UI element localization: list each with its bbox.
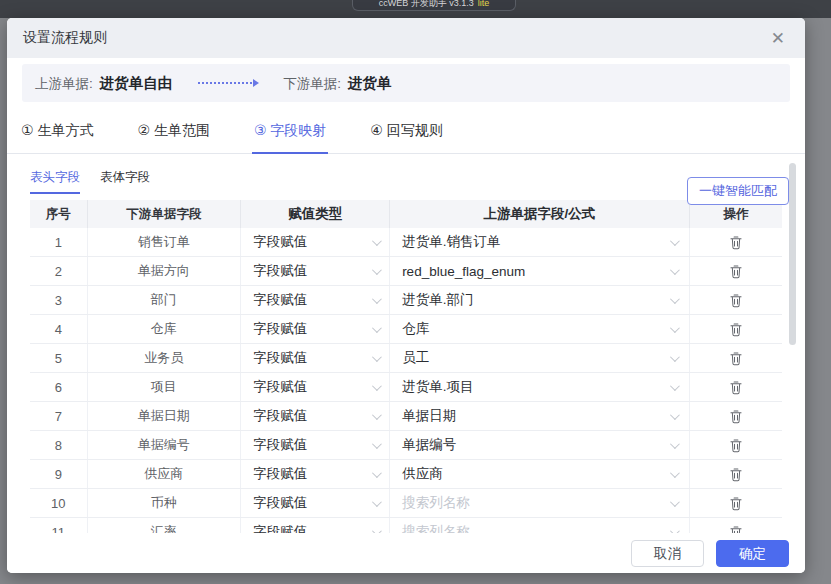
upstream-field-select[interactable]: 搜索列名称 [390,489,690,517]
delete-row-icon[interactable] [729,409,743,424]
flow-summary-bar: 上游单据: 进货单自由 下游单据: 进货单 [22,64,790,102]
column-header: 下游单据字段 [88,200,242,228]
table-row: 8 单据编号 字段赋值 单据编号 [30,431,782,460]
chevron-down-icon [372,497,382,507]
downstream-field-cell: 供应商 [88,460,242,488]
delete-row-icon[interactable] [729,235,743,250]
assign-type-select[interactable]: 字段赋值 [241,344,390,372]
downstream-field-cell: 业务员 [88,344,242,372]
assign-type-select[interactable]: 字段赋值 [241,315,390,343]
delete-row-icon[interactable] [729,264,743,279]
downstream-field-cell: 单据日期 [88,402,242,430]
chevron-down-icon [372,236,382,246]
chevron-down-icon [372,468,382,478]
chevron-down-icon [372,410,382,420]
table-row: 3 部门 字段赋值 进货单.部门 [30,286,782,315]
confirm-button[interactable]: 确定 [716,540,789,567]
wizard-step-4[interactable]: ④ 回写规则 [368,120,444,154]
row-index-cell: 9 [30,460,88,488]
dev-helper-badge-text: ccWEB 开发助手 v3.1.3 [379,0,474,10]
upstream-field-select[interactable]: 仓库 [390,315,690,343]
subtab-1[interactable]: 表头字段 [30,169,80,194]
chevron-down-icon [372,439,382,449]
table-row: 10 币种 字段赋值 搜索列名称 [30,489,782,518]
row-actions-cell [690,228,782,256]
assign-type-select[interactable]: 字段赋值 [241,489,390,517]
dialog-title: 设置流程规则 [23,29,107,47]
delete-row-icon[interactable] [729,322,743,337]
chevron-down-icon [372,323,382,333]
chevron-down-icon [372,381,382,391]
chevron-down-icon [670,352,680,362]
downstream-value: 进货单 [348,74,392,93]
delete-row-icon[interactable] [729,380,743,395]
assign-type-select[interactable]: 字段赋值 [241,257,390,285]
delete-row-icon[interactable] [729,351,743,366]
upstream-field-select[interactable]: 进货单.项目 [390,373,690,401]
row-index-cell: 4 [30,315,88,343]
scrollbar-thumb[interactable] [789,163,796,345]
assign-type-select[interactable]: 字段赋值 [241,373,390,401]
chevron-down-icon [670,265,680,275]
table-row: 7 单据日期 字段赋值 单据日期 [30,402,782,431]
assign-type-select[interactable]: 字段赋值 [241,286,390,314]
row-index-cell: 3 [30,286,88,314]
chevron-down-icon [670,497,680,507]
downstream-field-cell: 销售订单 [88,228,242,256]
dev-helper-badge-tag: lite [478,0,490,10]
chevron-down-icon [670,410,680,420]
upstream-value: 进货单自由 [100,74,173,93]
downstream-field-cell: 单据方向 [88,257,242,285]
chevron-down-icon [670,323,680,333]
dialog-footer: 取消 确定 [7,533,805,573]
table-body: 1 销售订单 字段赋值 进货单.销售订单 2 单据方向 字段赋值 red_blu… [30,228,782,537]
row-actions-cell [690,257,782,285]
row-actions-cell [690,344,782,372]
assign-type-select[interactable]: 字段赋值 [241,460,390,488]
delete-row-icon[interactable] [729,496,743,511]
wizard-step-1[interactable]: ① 生单方式 [19,120,95,154]
flow-arrow-icon [198,79,259,87]
chevron-down-icon [670,381,680,391]
upstream-field-select[interactable]: 进货单.销售订单 [390,228,690,256]
column-header: 上游单据字段/公式 [390,200,690,228]
row-actions-cell [690,315,782,343]
smart-match-button[interactable]: 一键智能匹配 [687,177,789,205]
subtab-2[interactable]: 表体字段 [100,169,150,194]
close-icon[interactable]: ✕ [767,28,789,49]
row-index-cell: 10 [30,489,88,517]
table-row: 2 单据方向 字段赋值 red_blue_flag_enum [30,257,782,286]
row-index-cell: 2 [30,257,88,285]
dev-helper-badge: ccWEB 开发助手 v3.1.3 lite [352,0,516,11]
mapping-table: 序号下游单据字段赋值类型上游单据字段/公式操作 1 销售订单 字段赋值 进货单.… [30,200,782,537]
downstream-label: 下游单据: [283,75,341,93]
upstream-field-select[interactable]: red_blue_flag_enum [390,257,690,285]
cancel-button[interactable]: 取消 [631,540,704,567]
assign-type-select[interactable]: 字段赋值 [241,402,390,430]
row-actions-cell [690,286,782,314]
delete-row-icon[interactable] [729,467,743,482]
wizard-step-3[interactable]: ③ 字段映射 [252,120,328,154]
upstream-field-select[interactable]: 供应商 [390,460,690,488]
table-row: 5 业务员 字段赋值 员工 [30,344,782,373]
row-actions-cell [690,460,782,488]
chevron-down-icon [670,236,680,246]
upstream-field-select[interactable]: 单据日期 [390,402,690,430]
wizard-step-2[interactable]: ② 生单范围 [135,120,211,154]
chevron-down-icon [372,294,382,304]
column-header: 赋值类型 [241,200,390,228]
assign-type-select[interactable]: 字段赋值 [241,228,390,256]
chevron-down-icon [670,294,680,304]
delete-row-icon[interactable] [729,293,743,308]
table-header-row: 序号下游单据字段赋值类型上游单据字段/公式操作 [30,200,782,228]
upstream-field-select[interactable]: 单据编号 [390,431,690,459]
row-index-cell: 8 [30,431,88,459]
wizard-steps: ① 生单方式② 生单范围③ 字段映射④ 回写规则 [7,120,805,154]
field-mapping-panel: 表头字段表体字段 一键智能匹配 序号下游单据字段赋值类型上游单据字段/公式操作 … [7,169,805,537]
table-row: 9 供应商 字段赋值 供应商 [30,460,782,489]
upstream-field-select[interactable]: 员工 [390,344,690,372]
delete-row-icon[interactable] [729,438,743,453]
upstream-field-select[interactable]: 进货单.部门 [390,286,690,314]
row-actions-cell [690,431,782,459]
assign-type-select[interactable]: 字段赋值 [241,431,390,459]
